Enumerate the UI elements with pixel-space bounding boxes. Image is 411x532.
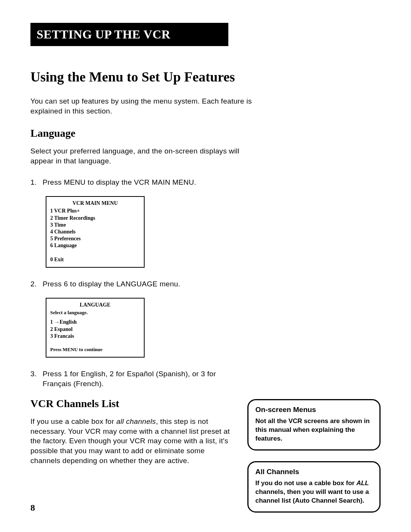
language-step-3: 3. Press 1 for English, 2 for Español (S… [30,369,244,388]
vcr-main-menu-screen: VCR MAIN MENU 1 VCR Plus+ 2 Timer Record… [46,196,145,268]
menu-item: 4 Channels [50,228,140,235]
screen-continue-instruction: Press MENU to continue [50,347,140,353]
callout-body: If you do not use a cable box for ALL ch… [255,479,373,505]
callout-onscreen-menus: On-screen Menus Not all the VCR screens … [247,399,381,451]
language-menu-screen: LANGUAGE Select a language. 1 →English 2… [46,298,145,358]
language-intro: Select your preferred language, and the … [30,146,259,166]
section-title: Using the Menu to Set Up Features [30,69,381,85]
language-step-2: 2. Press 6 to display the LANGUAGE menu. [30,279,244,289]
menu-item: 1 VCR Plus+ [50,208,140,214]
page-number: 8 [30,503,35,513]
language-step-1: 1. Press MENU to display the VCR MAIN ME… [30,177,244,187]
channels-paragraph: If you use a cable box for all channels,… [30,417,232,465]
chapter-title: SETTING UP THE VCR [30,23,228,46]
menu-item: 2 Timer Recordings [50,215,140,222]
menu-item: 3 Time [50,222,140,228]
step-text: Press 1 for English, 2 for Español (Span… [43,369,244,388]
step-number: 1. [30,177,43,187]
callout-all-channels: All Channels If you do not use a cable b… [247,461,381,513]
step-number: 2. [30,279,43,289]
step-text: Press 6 to display the LANGUAGE menu. [43,279,244,289]
menu-option: 3 Francais [50,333,140,340]
step-text: Press MENU to display the VCR MAIN MENU. [43,177,244,187]
menu-item: 6 Language [50,242,140,249]
intro-paragraph: You can set up features by using the men… [30,96,259,116]
screen-title: VCR MAIN MENU [50,200,140,207]
menu-option: 1 →English [50,319,140,326]
step-number: 3. [30,369,43,388]
menu-item: 5 Preferences [50,235,140,242]
callout-title: On-screen Menus [255,406,373,414]
screen-title: LANGUAGE [50,302,140,308]
channels-heading: VCR Channels List [30,398,232,410]
language-heading: Language [30,127,381,139]
menu-exit: 0 Exit [50,256,140,263]
menu-option: 2 Espanol [50,326,140,333]
screen-instruction: Select a language. [50,310,140,316]
callout-title: All Channels [255,468,373,476]
callout-body: Not all the VCR screens are shown in thi… [255,417,373,443]
